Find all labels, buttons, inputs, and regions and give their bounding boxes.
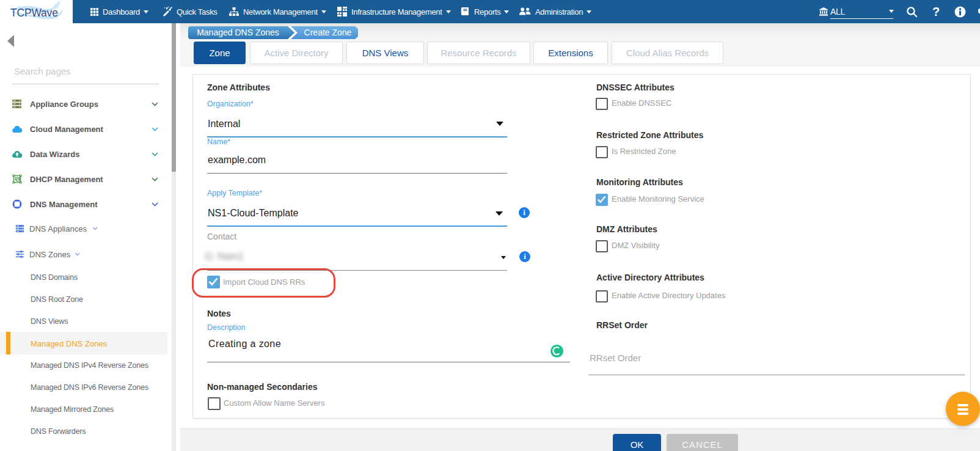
svg-text:TCPWave: TCPWave bbox=[10, 7, 58, 19]
